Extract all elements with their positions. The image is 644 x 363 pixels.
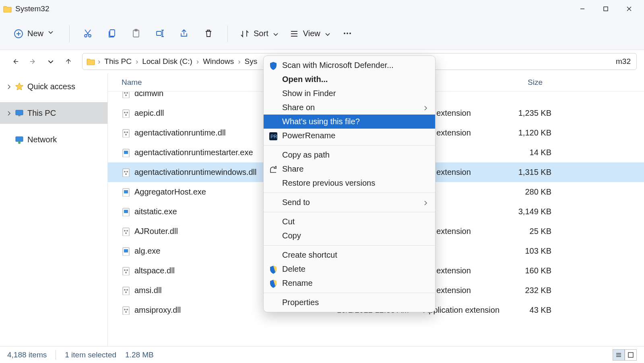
large-icons-icon — [627, 352, 634, 358]
column-header-size[interactable]: Size — [493, 78, 549, 87]
file-icon — [122, 92, 130, 98]
close-button[interactable] — [617, 0, 641, 18]
view-details-button[interactable] — [613, 349, 625, 361]
chevron-down-icon — [272, 31, 278, 37]
file-icon — [122, 227, 130, 236]
powerrename-icon — [268, 131, 277, 140]
ctx-share-on[interactable]: Share on — [264, 100, 435, 115]
rename-button[interactable] — [150, 23, 171, 44]
star-icon — [14, 82, 24, 91]
sidebar-item-network[interactable]: Network — [0, 129, 107, 150]
ctx-whats-using[interactable]: What's using this file? — [264, 115, 435, 129]
ctx-show-finder[interactable]: Show in Finder — [264, 86, 435, 100]
ctx-restore-versions[interactable]: Restore previous versions — [264, 176, 435, 190]
ctx-separator — [264, 293, 435, 293]
network-icon — [14, 135, 24, 144]
more-button[interactable] — [337, 23, 358, 44]
ctx-properties[interactable]: Properties — [264, 295, 435, 310]
chevron-right-icon — [422, 200, 428, 205]
file-icon — [122, 306, 130, 315]
folder-icon — [3, 5, 12, 12]
view-button[interactable]: View — [285, 27, 334, 41]
shield-icon — [268, 61, 277, 70]
chevron-right-icon — [6, 110, 11, 116]
ctx-rename[interactable]: Rename — [264, 276, 435, 290]
ctx-copy-path[interactable]: Copy as path — [264, 148, 435, 162]
status-size: 1.28 MB — [125, 351, 154, 359]
share-button[interactable] — [174, 23, 195, 44]
breadcrumb-item[interactable]: This PC — [103, 57, 133, 66]
chevron-right-icon — [6, 84, 11, 89]
file-icon — [122, 188, 130, 197]
breadcrumb-tail: m32 — [614, 57, 632, 66]
file-size: 1,315 KB — [502, 168, 558, 177]
delete-button[interactable] — [198, 23, 219, 44]
breadcrumb-item[interactable]: Local Disk (C:) — [140, 57, 194, 66]
new-button-label: New — [27, 29, 43, 38]
sidebar-item-label: Quick access — [27, 82, 75, 91]
shield-icon — [268, 265, 277, 274]
breadcrumb-item[interactable]: Sys — [243, 57, 259, 66]
file-size: 1,235 KB — [502, 109, 558, 118]
toolbar-separator — [227, 25, 228, 42]
viewlines-icon — [289, 29, 299, 39]
file-icon — [122, 247, 130, 256]
share-icon — [268, 165, 277, 174]
forward-button[interactable] — [25, 53, 41, 70]
ctx-open-with[interactable]: Open with... — [264, 72, 435, 86]
monitor-icon — [14, 109, 24, 117]
file-size: 43 KB — [502, 306, 558, 315]
toolbar-separator — [69, 25, 70, 42]
new-button[interactable]: New — [10, 27, 61, 41]
chevron-right-icon: › — [136, 57, 138, 66]
ctx-send-to[interactable]: Send to — [264, 195, 435, 209]
ctx-separator — [264, 212, 435, 212]
cut-icon — [83, 29, 93, 39]
file-size: 25 KB — [502, 227, 558, 236]
chevron-down-icon — [47, 29, 57, 39]
file-size: 1,120 KB — [502, 128, 558, 137]
back-button[interactable] — [7, 53, 23, 70]
ctx-copy[interactable]: Copy — [264, 229, 435, 243]
sidebar-item-quick-access[interactable]: Quick access — [0, 76, 107, 97]
sort-button-label: Sort — [254, 29, 268, 38]
sidebar-item-label: This PC — [27, 109, 56, 118]
cut-button[interactable] — [78, 23, 99, 44]
breadcrumb-item[interactable]: Windows — [201, 57, 235, 66]
toolbar: New Sort View — [0, 18, 644, 50]
sidebar-item-label: Network — [27, 135, 57, 144]
file-icon — [122, 286, 130, 295]
shield-icon — [268, 279, 277, 288]
share-icon — [180, 29, 190, 39]
ctx-scan-defender[interactable]: Scan with Microsoft Defender... — [264, 58, 435, 72]
chevron-right-icon: › — [196, 57, 199, 66]
file-icon — [122, 267, 130, 275]
minimize-button[interactable] — [571, 0, 594, 18]
status-item-count: 4,188 items — [7, 351, 47, 359]
paste-button[interactable] — [126, 23, 147, 44]
maximize-button[interactable] — [594, 0, 617, 18]
sort-button[interactable]: Sort — [236, 27, 282, 41]
ctx-powerrename[interactable]: PowerRename — [264, 129, 435, 143]
file-icon — [122, 168, 130, 177]
rename-icon — [155, 29, 166, 39]
ctx-separator — [264, 193, 435, 193]
chevron-right-icon — [422, 105, 428, 111]
up-button[interactable] — [60, 53, 76, 70]
file-size: 232 KB — [502, 286, 558, 295]
ctx-delete[interactable]: Delete — [264, 262, 435, 276]
copy-icon — [107, 29, 118, 39]
ctx-share[interactable]: Share — [264, 162, 435, 176]
window-title: System32 — [15, 4, 49, 13]
ctx-cut[interactable]: Cut — [264, 215, 435, 229]
context-menu: Scan with Microsoft Defender... Open wit… — [263, 55, 436, 312]
copy-button[interactable] — [102, 23, 123, 44]
file-size: 280 KB — [502, 187, 558, 197]
sidebar-item-this-pc[interactable]: This PC — [0, 102, 107, 124]
sidebar: Quick access This PC Network — [0, 73, 108, 346]
ctx-create-shortcut[interactable]: Create shortcut — [264, 248, 435, 262]
ctx-separator — [264, 145, 435, 146]
file-icon — [122, 148, 130, 157]
history-button[interactable] — [43, 53, 59, 70]
view-large-button[interactable] — [625, 349, 637, 361]
